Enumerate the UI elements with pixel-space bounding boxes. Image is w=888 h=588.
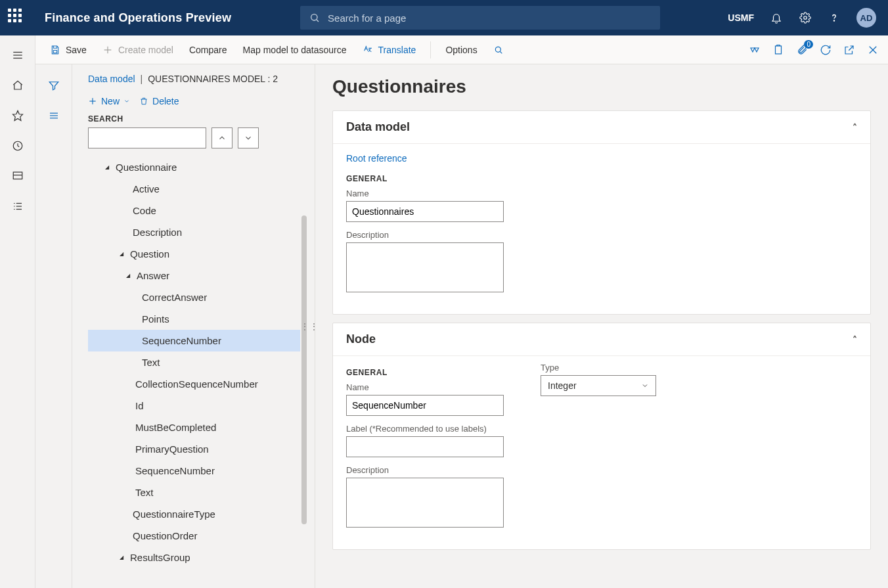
- caret-icon[interactable]: ◢: [118, 251, 125, 257]
- card-node: Node ˄ GENERAL Name: [332, 323, 871, 550]
- caret-icon[interactable]: ◢: [104, 164, 110, 170]
- tree-node-label: QuestionnaireType: [133, 509, 215, 520]
- tree-scrollbar[interactable]: [301, 215, 307, 524]
- card-head-data-model[interactable]: Data model ˄: [333, 111, 870, 143]
- tree-node[interactable]: Points: [88, 308, 300, 330]
- tree-node[interactable]: ◢ResultsGroup: [88, 547, 300, 568]
- options-label: Options: [445, 45, 477, 55]
- funnel-icon[interactable]: [46, 78, 62, 93]
- breadcrumb-current: QUESTIONNAIRES MODEL : 2: [148, 74, 278, 84]
- find-button[interactable]: [488, 42, 509, 58]
- tree-node-label: SequenceNumber: [142, 335, 221, 346]
- company-code[interactable]: USMF: [728, 12, 754, 23]
- popout-icon[interactable]: [843, 44, 855, 56]
- svg-rect-24: [776, 46, 782, 54]
- tree-node-label: Description: [133, 227, 182, 238]
- search-next-button[interactable]: [238, 127, 259, 148]
- tree-node[interactable]: CorrectAnswer: [88, 286, 300, 308]
- tree-node[interactable]: ◢Question: [88, 243, 300, 265]
- tree-node[interactable]: Description: [88, 221, 300, 243]
- tree-node-label: Points: [142, 313, 169, 325]
- tree-node[interactable]: Code: [88, 200, 300, 221]
- tree-node[interactable]: Active: [88, 178, 300, 200]
- compare-label: Compare: [189, 45, 227, 55]
- tree-node-label: Code: [133, 205, 156, 216]
- global-search[interactable]: [300, 6, 660, 30]
- name-label: Name: [346, 189, 857, 198]
- tree-search-input[interactable]: [88, 127, 206, 148]
- svg-rect-9: [13, 172, 22, 179]
- node-name-input[interactable]: [346, 395, 504, 416]
- tree-node-label: Text: [142, 357, 160, 368]
- tree-node[interactable]: PrimaryQuestion: [88, 438, 300, 460]
- hamburger-icon[interactable]: [10, 47, 26, 63]
- options-button[interactable]: Options: [440, 42, 482, 58]
- tree-node-label: Id: [135, 400, 144, 411]
- compare-button[interactable]: Compare: [184, 42, 233, 58]
- global-search-input[interactable]: [328, 12, 651, 24]
- section-general: GENERAL: [346, 174, 857, 183]
- refresh-icon[interactable]: [820, 44, 832, 56]
- card-head-node[interactable]: Node ˄: [333, 323, 870, 355]
- save-button[interactable]: Save: [45, 42, 92, 58]
- dm-desc-input[interactable]: [346, 242, 504, 292]
- home-icon[interactable]: [10, 78, 26, 93]
- node-label-input[interactable]: [346, 436, 504, 457]
- waffle-icon[interactable]: [8, 9, 26, 27]
- new-button[interactable]: New: [88, 96, 130, 106]
- top-navbar: Finance and Operations Preview USMF AD: [0, 0, 888, 35]
- diamond-icon[interactable]: [749, 44, 761, 56]
- map-button[interactable]: Map model to datasource: [238, 42, 352, 58]
- save-label: Save: [66, 45, 87, 55]
- app-title: Finance and Operations Preview: [45, 11, 231, 25]
- tree-node[interactable]: MustBeCompleted: [88, 417, 300, 438]
- svg-point-20: [495, 47, 500, 52]
- tree-node[interactable]: QuestionOrder: [88, 525, 300, 547]
- tree-node[interactable]: QuestionnaireType: [88, 503, 300, 525]
- filter-strip: [35, 64, 72, 588]
- close-icon[interactable]: [867, 44, 879, 56]
- svg-marker-22: [751, 48, 755, 52]
- tree-node[interactable]: Text: [88, 351, 300, 373]
- tree-node[interactable]: ◢Answer: [88, 265, 300, 286]
- list-icon[interactable]: [46, 108, 62, 124]
- tree-node[interactable]: Id: [88, 395, 300, 417]
- tree-node[interactable]: ◢Questionnaire: [88, 156, 300, 178]
- node-desc-input[interactable]: [346, 478, 504, 528]
- map-label: Map model to datasource: [243, 45, 347, 55]
- search-prev-button[interactable]: [211, 127, 233, 148]
- tree-node[interactable]: Text: [88, 482, 300, 503]
- breadcrumb-parent[interactable]: Data model: [88, 74, 135, 84]
- clock-icon[interactable]: [10, 138, 26, 154]
- bell-icon[interactable]: [770, 11, 783, 24]
- caret-icon[interactable]: ◢: [125, 273, 131, 279]
- delete-button[interactable]: Delete: [139, 96, 179, 106]
- card-title: Data model: [346, 120, 410, 134]
- help-icon[interactable]: [828, 11, 841, 24]
- tree-node[interactable]: SequenceNumber: [88, 460, 300, 482]
- caret-icon[interactable]: ◢: [118, 554, 125, 560]
- type-select[interactable]: Integer: [541, 375, 656, 396]
- delete-label: Delete: [152, 96, 179, 106]
- attachment-icon[interactable]: 0: [796, 44, 808, 56]
- breadcrumb: Data model | QUESTIONNAIRES MODEL : 2: [88, 74, 307, 93]
- workspace-icon[interactable]: [10, 168, 26, 184]
- gear-icon[interactable]: [799, 11, 812, 24]
- chevron-down-icon: [641, 382, 649, 390]
- root-reference-link[interactable]: Root reference: [346, 148, 407, 166]
- translate-button[interactable]: Translate: [357, 42, 422, 58]
- tree-node[interactable]: SequenceNumber: [88, 330, 300, 351]
- tree-node-label: Text: [135, 487, 154, 498]
- tree-node-label: CorrectAnswer: [142, 292, 207, 303]
- avatar[interactable]: AD: [856, 8, 876, 28]
- card-data-model: Data model ˄ Root reference GENERAL Name: [332, 110, 871, 315]
- modules-icon[interactable]: [10, 198, 26, 214]
- node-label-label: Label (*Recommended to use labels): [346, 424, 504, 434]
- dm-name-input[interactable]: [346, 201, 504, 222]
- svg-marker-23: [755, 48, 759, 52]
- resize-grip-icon[interactable]: ⋮⋮: [300, 321, 319, 332]
- clipboard-icon[interactable]: [772, 44, 784, 56]
- star-icon[interactable]: [10, 108, 26, 124]
- create-model-button: Create model: [97, 42, 179, 58]
- tree-node[interactable]: CollectionSequenceNumber: [88, 373, 300, 395]
